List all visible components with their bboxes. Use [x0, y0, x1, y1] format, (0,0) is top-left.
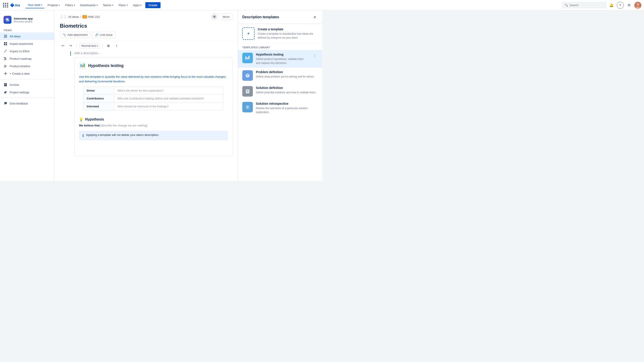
link-issue-button[interactable]: 🔗 Link issue — [92, 32, 116, 38]
svg-rect-25 — [4, 73, 7, 74]
table-cell-label: Informed — [84, 102, 114, 110]
right-panel: Description templates ✕ + Create a templ… — [238, 10, 322, 181]
text-cursor — [70, 51, 71, 56]
sidebar-item-impact-assessment[interactable]: Impact assesment — [0, 40, 54, 47]
text-style-dropdown[interactable]: Normal text ▾ — [79, 43, 100, 48]
sidebar-label-feedback: Give feedback — [10, 102, 28, 105]
hypothesis-title: 💡 Hypothesis — [79, 117, 228, 122]
sidebar-item-impact-effort[interactable]: Impact vs Effort — [0, 47, 54, 55]
sidebar-item-give-feedback[interactable]: Give feedback — [0, 100, 54, 107]
editor-left — [60, 50, 71, 181]
sidebar-label-archive: Archive — [10, 83, 19, 86]
solution-retro-template-icon: ? — [242, 102, 253, 112]
sidebar-item-product-roadmap[interactable]: Product roadmap — [0, 55, 54, 62]
watch-button[interactable] — [211, 13, 218, 20]
chevron-down-icon: ▾ — [74, 4, 75, 6]
library-label: TEMPLATES LIBRARY — [238, 43, 322, 50]
hypothesis-strong: We believe that — [79, 124, 100, 127]
table-cell-value: Who's the driver for this exploration? — [114, 86, 224, 94]
table-icon — [4, 42, 8, 46]
svg-rect-31 — [84, 64, 85, 67]
svg-rect-11 — [6, 42, 7, 43]
svg-rect-9 — [4, 37, 7, 37]
template-notice: ℹ Applying a template will not delete yo… — [79, 131, 228, 140]
hypothesis-text: We believe that [describe the change we … — [79, 124, 228, 127]
template-header: Hypothesis testing — [74, 58, 232, 72]
hypothesis-more-button[interactable]: ⋮ — [312, 53, 318, 59]
roadmap-icon — [4, 57, 8, 61]
solution-def-template-info: Solution definition Define potential sol… — [256, 86, 318, 94]
nav-projects[interactable]: Projects ▾ — [45, 2, 62, 8]
nav-your-work[interactable]: Your work ▾ — [26, 2, 44, 8]
redo-button[interactable]: ↪ — [68, 43, 74, 49]
panel-title: Description templates — [242, 15, 279, 19]
template-list-item-hypothesis[interactable]: Hypothesis testing Define product hypoth… — [238, 50, 322, 68]
sidebar-item-product-timeline[interactable]: Product timeline — [0, 62, 54, 70]
bulb-icon: 💡 — [79, 117, 83, 122]
svg-rect-38 — [248, 56, 250, 59]
project-header[interactable]: Awesome app Discovery project — [0, 14, 54, 27]
nav-apps[interactable]: Apps ▾ — [131, 2, 144, 8]
breadcrumb-issue: ⬡ AWE-222 — [82, 15, 100, 18]
toolbar-separator-2 — [102, 43, 103, 48]
chevron-down-icon: ▾ — [140, 4, 142, 6]
description-placeholder[interactable]: Add a description... — [74, 50, 232, 55]
attachment-icon: 📎 — [63, 33, 66, 36]
problem-template-icon — [242, 70, 253, 81]
template-list-item-solution-retro[interactable]: ? Solution retrospective Review the outc… — [238, 99, 322, 117]
sidebar-item-all-ideas[interactable]: All ideas — [0, 32, 54, 40]
breadcrumb-dots-icon: ⋮⋮ — [60, 15, 67, 19]
template-hypothesis: 💡 Hypothesis We believe that [describe t… — [74, 114, 232, 131]
sidebar-item-create-view[interactable]: + Create a view — [0, 70, 54, 77]
solution-retro-template-desc: Review the outcomes of a particular solu… — [256, 106, 318, 114]
add-attachment-button[interactable]: 📎 Add attachment — [60, 32, 90, 38]
svg-rect-10 — [4, 42, 5, 43]
svg-rect-26 — [4, 83, 7, 84]
undo-button[interactable]: ↩ — [60, 43, 66, 49]
chevron-down-icon: ▾ — [127, 4, 128, 6]
apps-grid-icon[interactable] — [3, 2, 9, 8]
italic-button[interactable]: I — [113, 43, 120, 49]
move-button[interactable]: Move — [220, 14, 232, 20]
create-button[interactable]: Create — [145, 2, 160, 8]
table-row: Driver Who's the driver for this explora… — [84, 86, 224, 94]
panel-close-button[interactable]: ✕ — [312, 14, 318, 20]
svg-rect-20 — [4, 59, 6, 60]
jira-logo[interactable]: Jira — [10, 3, 23, 8]
sidebar: Awesome app Discovery project VIEWS All … — [0, 10, 54, 181]
svg-text:Jira: Jira — [14, 3, 20, 7]
svg-rect-7 — [4, 35, 7, 35]
table-row: Contributors Who are contributors helpin… — [84, 94, 224, 102]
template-list-item-solution-def[interactable]: Solution definition Define potential sol… — [238, 83, 322, 99]
plus-icon — [4, 72, 8, 75]
svg-rect-41 — [246, 91, 249, 91]
sidebar-label-impact-assessment: Impact assesment — [10, 42, 33, 45]
svg-line-17 — [4, 50, 7, 52]
create-template-card[interactable]: + Create a template Create a template to… — [238, 24, 322, 43]
template-header-icon — [79, 62, 86, 69]
hypothesis-rest: [describe the change we are making] — [100, 124, 147, 127]
nav-dashboards[interactable]: Dashboards ▾ — [78, 2, 100, 8]
views-label: VIEWS — [0, 27, 54, 32]
nav-filters[interactable]: Filters ▾ — [63, 2, 77, 8]
top-navigation: Jira Your work ▾ Projects ▾ Filters ▾ Da… — [0, 0, 322, 10]
nav-plans[interactable]: Plans ▾ — [116, 2, 130, 8]
chevron-down-icon: ▾ — [112, 4, 113, 6]
svg-point-28 — [214, 16, 215, 17]
svg-rect-39 — [246, 89, 249, 93]
feedback-icon — [4, 101, 8, 105]
svg-rect-40 — [246, 90, 249, 91]
breadcrumb-issue-id[interactable]: AWE-222 — [88, 15, 100, 18]
template-list-item-problem[interactable]: Problem definition Define what problem y… — [238, 68, 322, 83]
bold-button[interactable]: B — [105, 43, 112, 49]
breadcrumb-all-ideas[interactable]: All ideas — [68, 15, 79, 18]
sidebar-divider-2 — [0, 98, 54, 98]
project-icon — [4, 16, 12, 24]
sidebar-item-project-settings[interactable]: Project settings — [0, 88, 54, 96]
svg-rect-22 — [4, 66, 6, 66]
template-table-wrap: Driver Who's the driver for this explora… — [74, 86, 232, 114]
svg-rect-37 — [247, 57, 248, 59]
nav-teams[interactable]: Teams ▾ — [101, 2, 116, 8]
sidebar-item-archive[interactable]: Archive — [0, 81, 54, 88]
svg-rect-29 — [80, 64, 82, 67]
